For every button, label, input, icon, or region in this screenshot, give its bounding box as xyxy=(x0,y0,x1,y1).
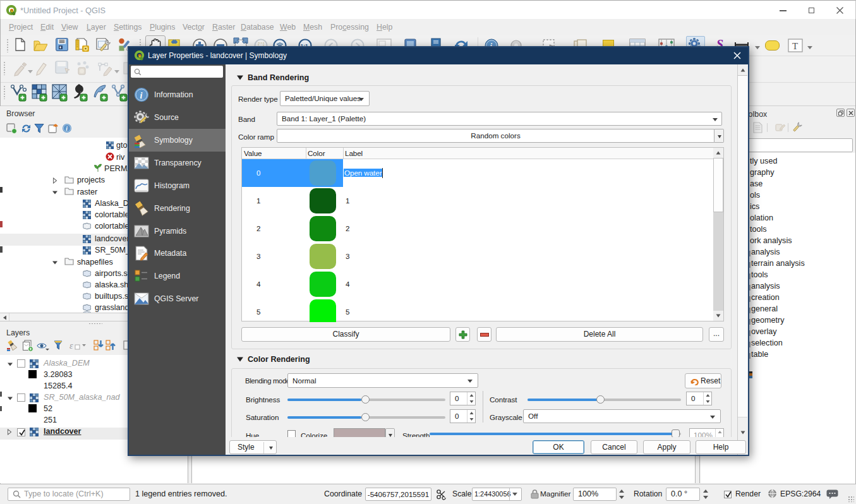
svg-text:ε: ε xyxy=(69,341,73,351)
svg-text:i: i xyxy=(140,91,143,100)
svg-text:i: i xyxy=(66,126,68,132)
svg-text:T: T xyxy=(792,41,798,51)
